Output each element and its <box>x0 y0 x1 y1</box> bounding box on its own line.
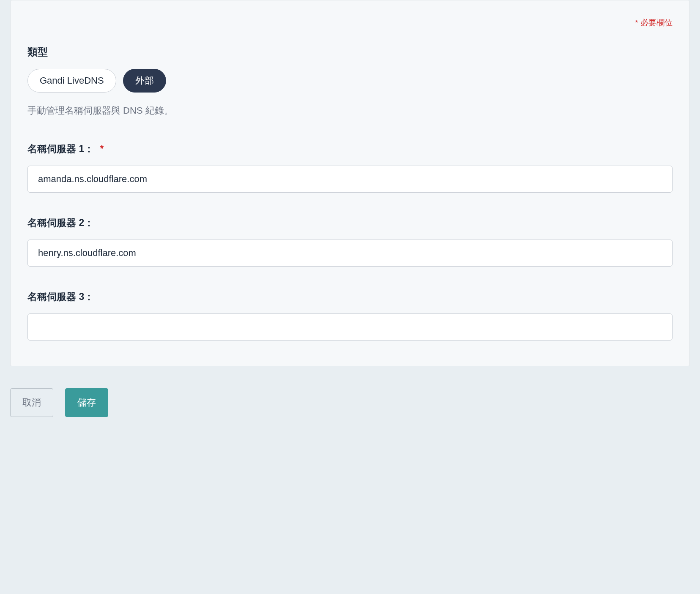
nameserver-2-label: 名稱伺服器 2： <box>27 216 673 229</box>
nameserver-1-input[interactable] <box>27 166 673 193</box>
type-option-livedns[interactable]: Gandi LiveDNS <box>27 69 116 93</box>
nameserver-1-label-text: 名稱伺服器 1： <box>27 143 94 154</box>
cancel-button[interactable]: 取消 <box>10 388 53 417</box>
nameserver-2-field: 名稱伺服器 2： <box>27 216 673 267</box>
nameserver-2-input[interactable] <box>27 240 673 267</box>
nameserver-3-label: 名稱伺服器 3： <box>27 290 673 303</box>
required-star-icon: * <box>100 143 104 154</box>
type-toggle-group: Gandi LiveDNS 外部 <box>27 69 673 93</box>
required-fields-note: * 必要欄位 <box>27 17 673 28</box>
type-helper-text: 手動管理名稱伺服器與 DNS 紀錄。 <box>27 104 673 117</box>
nameserver-3-field: 名稱伺服器 3： <box>27 290 673 341</box>
type-label: 類型 <box>27 45 673 59</box>
nameserver-1-field: 名稱伺服器 1： * <box>27 142 673 193</box>
nameserver-settings-card: * 必要欄位 類型 Gandi LiveDNS 外部 手動管理名稱伺服器與 DN… <box>10 0 690 366</box>
type-option-external[interactable]: 外部 <box>123 69 166 93</box>
nameserver-1-label: 名稱伺服器 1： * <box>27 142 673 155</box>
form-actions: 取消 儲存 <box>0 376 700 417</box>
nameserver-3-input[interactable] <box>27 313 673 341</box>
save-button[interactable]: 儲存 <box>65 388 108 417</box>
